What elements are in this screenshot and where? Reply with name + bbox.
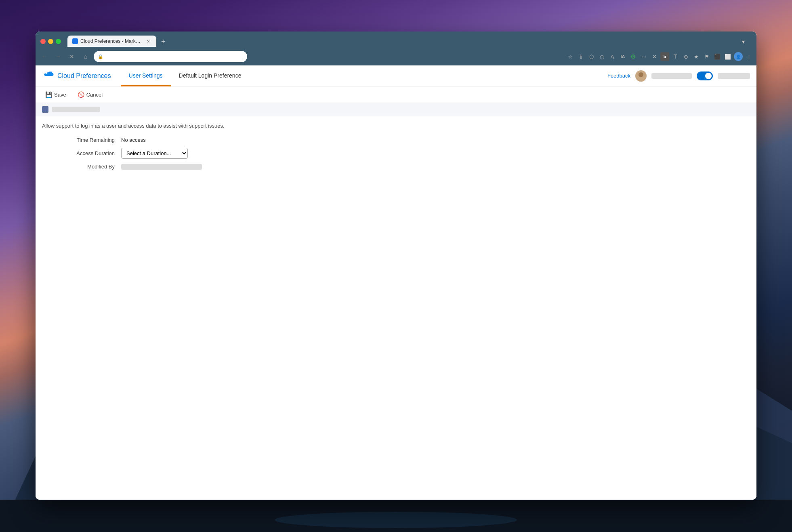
user-name <box>651 73 692 79</box>
support-description: Allow support to log in as a user and ac… <box>42 123 750 129</box>
extension-box[interactable]: b <box>660 52 669 61</box>
browser-window: Cloud Preferences - Marketin... ✕ + ▾ ← … <box>36 32 756 500</box>
lock-icon: 🔒 <box>98 54 103 59</box>
section-header <box>36 103 756 116</box>
window-controls <box>40 39 61 44</box>
extension-key[interactable]: ⊕ <box>681 52 690 61</box>
menu-button[interactable]: ⋮ <box>744 52 753 61</box>
main-content: Allow support to log in as a user and ac… <box>36 116 756 500</box>
extension-ia[interactable]: IA <box>618 52 627 61</box>
theme-toggle[interactable] <box>697 71 713 80</box>
bookmark-star-icon[interactable]: ☆ <box>566 52 575 61</box>
modified-by-label: Modified By <box>42 164 115 170</box>
modified-by-value <box>121 164 202 170</box>
tab-close-button[interactable]: ✕ <box>145 38 151 44</box>
active-browser-tab[interactable]: Cloud Preferences - Marketin... ✕ <box>67 36 156 47</box>
profile-button[interactable]: 👤 <box>734 52 743 61</box>
cast-icon[interactable]: ⬡ <box>587 52 596 61</box>
sidebar-icon[interactable]: ⬜ <box>723 52 732 61</box>
home-button[interactable]: ⌂ <box>80 51 91 62</box>
starred-icon[interactable]: ★ <box>692 52 701 61</box>
section-title <box>52 107 100 112</box>
new-tab-button[interactable]: + <box>158 36 168 47</box>
browser-actions: ☆ ℹ ⬡ ◷ A IA G ⋯ ✕ b T ⊕ ★ ⚑ ⬛ ⬜ 👤 ⋮ <box>250 52 753 61</box>
tab-default-login[interactable]: Default Login Preference <box>171 66 250 86</box>
time-remaining-value: No access <box>121 137 146 143</box>
save-button[interactable]: 💾 Save <box>42 90 69 99</box>
app-content: Cloud Preferences User Settings Default … <box>36 65 756 500</box>
address-bar-row: ← → ✕ ⌂ 🔒 ☆ ℹ ⬡ ◷ A IA G ⋯ ✕ b T ⊕ ★ <box>36 49 756 65</box>
access-duration-row: Access Duration Select a Duration... 1 H… <box>42 148 750 159</box>
cancel-icon: 🚫 <box>78 91 84 98</box>
translate-icon[interactable]: A <box>608 52 617 61</box>
section-icon <box>42 106 48 113</box>
feedback-link[interactable]: Feedback <box>607 73 630 79</box>
maximize-button[interactable] <box>56 39 61 44</box>
save-label: Save <box>54 92 66 98</box>
app-logo: Cloud Preferences <box>42 71 111 81</box>
reload-button[interactable]: ✕ <box>66 51 78 62</box>
tabs-row: Cloud Preferences - Marketin... ✕ + ▾ <box>64 36 752 47</box>
title-bar: Cloud Preferences - Marketin... ✕ + ▾ <box>36 32 756 49</box>
minimize-button[interactable] <box>48 39 53 44</box>
google-icon[interactable]: G <box>629 52 638 61</box>
extension-t[interactable]: T <box>671 52 680 61</box>
cancel-button[interactable]: 🚫 Cancel <box>74 90 106 99</box>
access-duration-label: Access Duration <box>42 150 115 156</box>
app-nav-tabs: User Settings Default Login Preference <box>121 65 607 86</box>
close-button[interactable] <box>40 39 46 44</box>
salesforce-logo <box>42 71 54 81</box>
info-icon[interactable]: ℹ <box>576 52 585 61</box>
devices-icon[interactable]: ⬛ <box>713 52 722 61</box>
tab-user-settings[interactable]: User Settings <box>121 66 171 86</box>
address-bar[interactable]: 🔒 <box>94 51 247 62</box>
app-title: Cloud Preferences <box>57 72 111 80</box>
time-remaining-row: Time Remaining No access <box>42 137 750 143</box>
extension-flag[interactable]: ⚑ <box>702 52 711 61</box>
back-button[interactable]: ← <box>39 51 50 62</box>
browser-chrome: Cloud Preferences - Marketin... ✕ + ▾ ← … <box>36 32 756 65</box>
twitter-icon[interactable]: ✕ <box>650 52 659 61</box>
toolbar: 💾 Save 🚫 Cancel <box>36 86 756 103</box>
tab-title: Cloud Preferences - Marketin... <box>80 38 143 44</box>
forward-button[interactable]: → <box>53 51 64 62</box>
cancel-label: Cancel <box>86 92 103 98</box>
app-header: Cloud Preferences User Settings Default … <box>36 65 756 86</box>
header-right: Feedback <box>607 70 750 82</box>
tab-dropdown-button[interactable]: ▾ <box>738 36 748 47</box>
extension-dots[interactable]: ⋯ <box>639 52 648 61</box>
access-duration-select[interactable]: Select a Duration... 1 Hour 1 Day 1 Week… <box>121 148 188 159</box>
time-remaining-label: Time Remaining <box>42 137 115 143</box>
tab-favicon <box>72 38 78 44</box>
save-icon: 💾 <box>45 91 52 98</box>
toggle-label <box>718 73 750 79</box>
modified-by-row: Modified By <box>42 164 750 170</box>
user-avatar[interactable] <box>635 70 647 82</box>
svg-point-7 <box>639 72 643 77</box>
history-icon[interactable]: ◷ <box>597 52 606 61</box>
